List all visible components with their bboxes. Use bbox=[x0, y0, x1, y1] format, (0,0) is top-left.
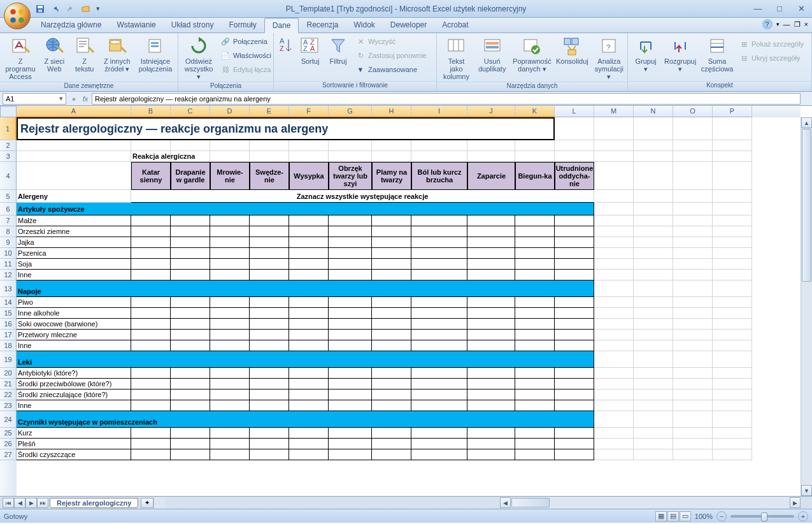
cell[interactable]: Ból lub kurcz brzucha bbox=[411, 162, 467, 190]
cell[interactable] bbox=[467, 140, 515, 151]
cell[interactable] bbox=[131, 330, 171, 340]
cell[interactable] bbox=[210, 237, 250, 248]
cell[interactable] bbox=[289, 215, 329, 226]
cell[interactable]: Artykuły spożywcze bbox=[17, 203, 594, 215]
cell[interactable] bbox=[171, 389, 210, 400]
cell[interactable] bbox=[594, 226, 634, 237]
column-header[interactable]: O bbox=[673, 106, 713, 117]
view-buttons[interactable]: ▦▤▭ bbox=[655, 511, 691, 521]
cell[interactable] bbox=[131, 439, 171, 449]
cell[interactable] bbox=[634, 379, 673, 389]
cell[interactable] bbox=[713, 280, 752, 297]
column-header[interactable]: B bbox=[131, 106, 171, 117]
cell[interactable] bbox=[594, 439, 634, 449]
cell[interactable] bbox=[131, 428, 171, 439]
existing-connections-button[interactable]: Istniejące połączenia bbox=[136, 34, 175, 74]
cell[interactable] bbox=[411, 439, 467, 449]
cell[interactable] bbox=[555, 215, 594, 226]
cell[interactable] bbox=[555, 379, 594, 389]
cell[interactable] bbox=[634, 140, 673, 151]
cell[interactable] bbox=[210, 308, 250, 319]
minimize-button[interactable]: — bbox=[750, 3, 766, 14]
cell[interactable] bbox=[372, 237, 411, 248]
cell[interactable] bbox=[555, 270, 594, 280]
filter-button[interactable]: Filtruj bbox=[325, 34, 352, 66]
cell[interactable] bbox=[634, 151, 673, 162]
cell[interactable] bbox=[634, 308, 673, 319]
row-header[interactable]: 12 bbox=[0, 270, 17, 280]
undo-icon[interactable] bbox=[48, 2, 62, 16]
redo-icon[interactable] bbox=[64, 2, 78, 16]
cell[interactable] bbox=[515, 308, 555, 319]
cell[interactable] bbox=[713, 297, 752, 308]
vertical-scrollbar[interactable]: ▲ ▼ bbox=[801, 117, 812, 496]
cell[interactable] bbox=[634, 215, 673, 226]
zoom-level[interactable]: 100% bbox=[695, 513, 713, 520]
cell[interactable]: Inne bbox=[17, 400, 131, 411]
help-icon[interactable]: ? bbox=[762, 19, 773, 29]
cell[interactable] bbox=[673, 308, 713, 319]
cell[interactable] bbox=[713, 400, 752, 411]
cell[interactable]: Inne alkohole bbox=[17, 308, 131, 319]
cell[interactable] bbox=[411, 389, 467, 400]
from-text-button[interactable]: Z tekstu bbox=[71, 34, 99, 74]
row-header[interactable]: 17 bbox=[0, 330, 17, 340]
row-header[interactable]: 20 bbox=[0, 368, 17, 379]
cell[interactable] bbox=[467, 389, 515, 400]
cell[interactable] bbox=[713, 117, 752, 140]
cell[interactable] bbox=[329, 379, 372, 389]
cell[interactable] bbox=[594, 428, 634, 439]
cell[interactable] bbox=[515, 215, 555, 226]
cell[interactable] bbox=[329, 340, 372, 351]
cell[interactable] bbox=[673, 270, 713, 280]
cell[interactable] bbox=[673, 297, 713, 308]
cell[interactable] bbox=[329, 439, 372, 449]
cell[interactable] bbox=[634, 117, 673, 140]
cell[interactable]: Alergeny bbox=[17, 190, 131, 203]
row-header[interactable]: 19 bbox=[0, 351, 17, 368]
cell[interactable]: Małże bbox=[17, 215, 131, 226]
cell[interactable] bbox=[594, 259, 634, 270]
cell[interactable] bbox=[515, 330, 555, 340]
cell[interactable] bbox=[131, 368, 171, 379]
cell[interactable] bbox=[411, 270, 467, 280]
cell[interactable] bbox=[673, 319, 713, 330]
close-button[interactable]: ✕ bbox=[793, 3, 809, 14]
cell[interactable] bbox=[372, 215, 411, 226]
connections-button[interactable]: 🔗Połączenia bbox=[218, 34, 274, 48]
consolidate-button[interactable]: Konsoliduj bbox=[554, 34, 590, 66]
row-header[interactable]: 21 bbox=[0, 379, 17, 389]
cell[interactable] bbox=[594, 330, 634, 340]
cell[interactable] bbox=[673, 340, 713, 351]
cell[interactable] bbox=[329, 330, 372, 340]
cell[interactable] bbox=[713, 215, 752, 226]
cell[interactable] bbox=[250, 379, 289, 389]
cell[interactable] bbox=[171, 439, 210, 449]
cell[interactable] bbox=[673, 117, 713, 140]
scroll-left-button[interactable]: ◀ bbox=[500, 497, 511, 508]
cell[interactable] bbox=[411, 319, 467, 330]
cell[interactable] bbox=[210, 379, 250, 389]
cell[interactable] bbox=[594, 389, 634, 400]
cell[interactable]: Reakcja alergiczna bbox=[131, 151, 171, 162]
cell[interactable] bbox=[634, 162, 673, 190]
cell[interactable]: Katar sienny bbox=[131, 162, 171, 190]
cell[interactable] bbox=[411, 140, 467, 151]
cell[interactable] bbox=[515, 248, 555, 259]
row-header[interactable]: 23 bbox=[0, 400, 17, 411]
cell[interactable] bbox=[411, 259, 467, 270]
row-header[interactable]: 6 bbox=[0, 203, 17, 215]
cell[interactable] bbox=[131, 308, 171, 319]
cell[interactable] bbox=[467, 400, 515, 411]
cell[interactable] bbox=[555, 439, 594, 449]
cell[interactable] bbox=[467, 151, 515, 162]
cell[interactable]: Czynniki występujące w pomieszczeniach bbox=[17, 411, 594, 428]
cell[interactable] bbox=[131, 449, 171, 460]
cell[interactable]: Antybiotyki (które?) bbox=[17, 368, 131, 379]
cell[interactable] bbox=[634, 259, 673, 270]
mdi-close-icon[interactable]: × bbox=[804, 20, 808, 28]
cell[interactable] bbox=[673, 400, 713, 411]
row-header[interactable]: 9 bbox=[0, 237, 17, 248]
cell[interactable] bbox=[171, 449, 210, 460]
cell[interactable] bbox=[713, 203, 752, 215]
